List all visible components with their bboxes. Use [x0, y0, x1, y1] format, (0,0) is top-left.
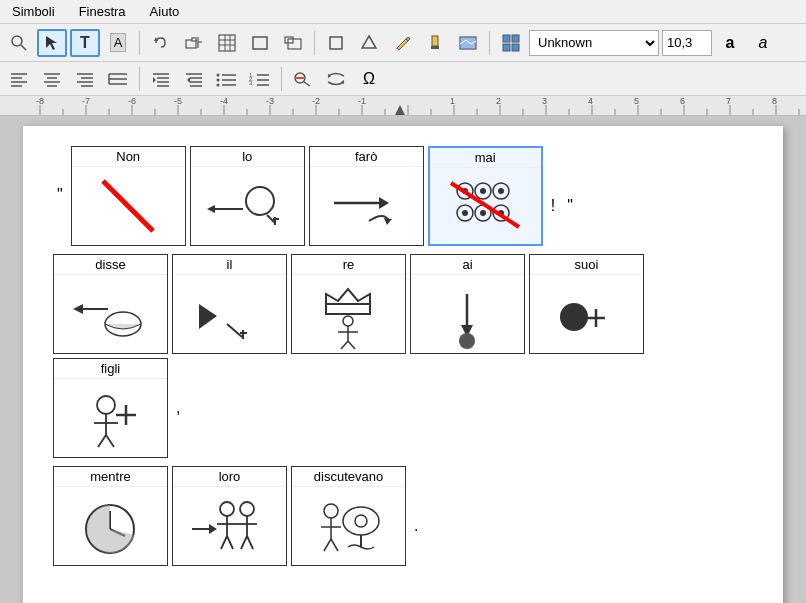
svg-rect-25	[503, 44, 510, 51]
font-size-input[interactable]	[662, 30, 712, 56]
picto-img-loro	[173, 487, 286, 565]
picto-cell-mentre[interactable]: mentre	[53, 466, 168, 566]
align-center-btn[interactable]	[37, 65, 67, 93]
svg-line-138	[331, 539, 338, 551]
page: " Non lo	[23, 126, 783, 603]
shape-btn[interactable]	[354, 29, 384, 57]
picto-label-il: il	[173, 255, 286, 275]
bold-btn[interactable]: a	[715, 29, 745, 57]
svg-point-83	[480, 188, 486, 194]
picto-img-suoi	[530, 275, 643, 353]
sentence-row-2: disse il	[53, 254, 753, 458]
svg-line-105	[348, 341, 355, 349]
bullet-list-btn[interactable]	[212, 65, 242, 93]
svg-rect-15	[330, 37, 342, 49]
svg-line-115	[98, 435, 106, 447]
pencil-btn[interactable]	[387, 29, 417, 57]
svg-point-87	[462, 210, 468, 216]
svg-marker-78	[379, 197, 389, 209]
svg-point-101	[343, 316, 353, 326]
svg-point-108	[459, 333, 475, 349]
picto-label-loro: loro	[173, 467, 286, 487]
picto-img-faro	[310, 167, 423, 245]
svg-rect-23	[503, 35, 510, 42]
picto-cell-lo[interactable]: lo	[190, 146, 305, 246]
svg-line-116	[106, 435, 114, 447]
svg-rect-26	[512, 44, 519, 51]
picto-cell-loro[interactable]: loro	[172, 466, 287, 566]
svg-point-129	[240, 502, 254, 516]
outdent-btn[interactable]	[179, 65, 209, 93]
svg-rect-4	[192, 38, 196, 41]
grid-btn[interactable]	[496, 29, 526, 57]
menu-aiuto[interactable]: Aiuto	[146, 2, 184, 21]
quote-open: "	[57, 146, 63, 204]
menu-simboli[interactable]: Simboli	[8, 2, 59, 21]
picto-label-ai: ai	[411, 255, 524, 275]
picto-cell-re[interactable]: re	[291, 254, 406, 354]
box-btn[interactable]	[245, 29, 275, 57]
svg-point-134	[324, 504, 338, 518]
svg-rect-24	[512, 35, 519, 42]
period: .	[414, 497, 418, 535]
redo-btn[interactable]	[179, 29, 209, 57]
picto-label-re: re	[292, 255, 405, 275]
svg-rect-100	[326, 304, 370, 314]
table-btn[interactable]	[212, 29, 242, 57]
num-list-btn[interactable]: 1.2.3.	[245, 65, 275, 93]
list-indent-btn[interactable]	[103, 65, 133, 93]
text-btn[interactable]: T	[70, 29, 100, 57]
indent-btn[interactable]	[146, 65, 176, 93]
picto-img-lo	[191, 167, 304, 245]
italic-btn[interactable]: a	[748, 29, 778, 57]
svg-marker-47	[153, 77, 156, 83]
picto-cell-ai[interactable]: ai	[410, 254, 525, 354]
main-area: " Non lo	[0, 116, 806, 603]
svg-marker-52	[187, 77, 190, 83]
toolbar2: 1.2.3. Ω	[0, 62, 806, 96]
resize-btn[interactable]	[278, 29, 308, 57]
svg-rect-16	[432, 36, 438, 46]
svg-line-137	[324, 539, 331, 551]
svg-point-54	[217, 78, 220, 81]
svg-point-53	[217, 73, 220, 76]
sep4	[139, 67, 140, 91]
svg-marker-94	[73, 304, 83, 314]
zoom-btn[interactable]	[4, 29, 34, 57]
svg-rect-7	[219, 35, 235, 51]
image-btn[interactable]	[453, 29, 483, 57]
picto-img-figli	[54, 379, 167, 457]
picto-cell-discutevano[interactable]: discutevano	[291, 466, 406, 566]
svg-line-127	[221, 536, 227, 549]
picto-cell-mai[interactable]: mai	[428, 146, 543, 246]
font-name-select[interactable]: Unknown	[529, 30, 659, 56]
picto-img-non	[72, 167, 185, 245]
picto-cell-disse[interactable]: disse	[53, 254, 168, 354]
svg-point-73	[246, 187, 274, 215]
find-btn[interactable]	[288, 65, 318, 93]
menu-finestra[interactable]: Finestra	[75, 2, 130, 21]
picto-cell-il[interactable]: il	[172, 254, 287, 354]
align-right-btn[interactable]	[70, 65, 100, 93]
picto-cell-non[interactable]: Non	[71, 146, 186, 246]
picto-cell-faro[interactable]: farò	[309, 146, 424, 246]
cursor-btn[interactable]	[37, 29, 67, 57]
quote-close: "	[567, 177, 573, 215]
square-btn[interactable]	[321, 29, 351, 57]
svg-line-104	[341, 341, 348, 349]
picto-cell-figli[interactable]: figli	[53, 358, 168, 458]
sep3	[489, 31, 490, 55]
text2-btn[interactable]: A	[103, 29, 133, 57]
replace-btn[interactable]	[321, 65, 351, 93]
highlight-btn[interactable]	[420, 29, 450, 57]
svg-point-139	[343, 507, 379, 535]
svg-marker-79	[384, 218, 392, 225]
special-char-btn[interactable]: Ω	[354, 65, 384, 93]
picto-img-mai	[430, 168, 541, 244]
align-left-btn[interactable]	[4, 65, 34, 93]
undo-btn[interactable]	[146, 29, 176, 57]
svg-line-97	[227, 324, 242, 337]
svg-rect-12	[253, 37, 267, 49]
picto-label-figli: figli	[54, 359, 167, 379]
picto-cell-suoi[interactable]: suoi	[529, 254, 644, 354]
